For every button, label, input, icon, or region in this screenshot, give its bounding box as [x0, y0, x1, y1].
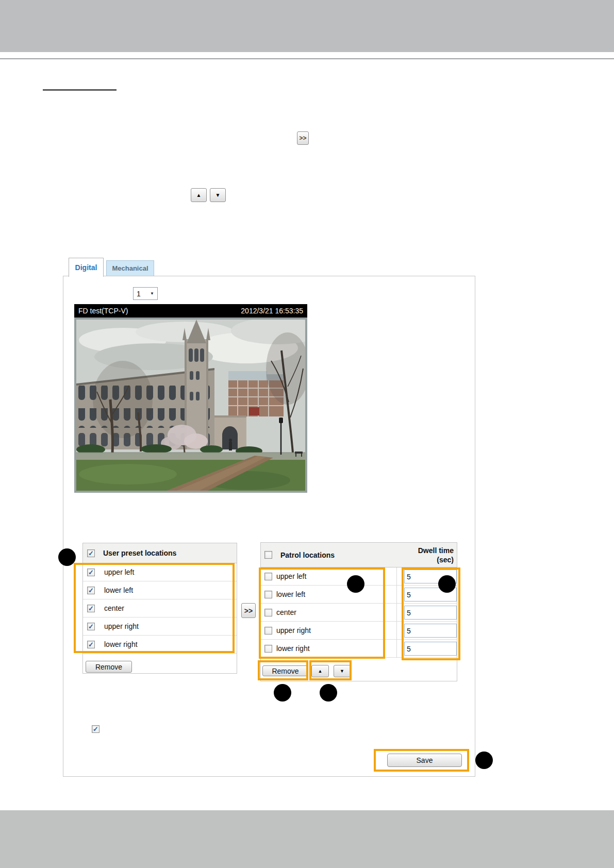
patrol-label: upper left	[276, 572, 306, 580]
patrol-table: Patrol locations Dwell time (sec) upper …	[260, 542, 457, 681]
callout-dot-remove	[274, 684, 291, 702]
preset-label: lower right	[104, 640, 138, 648]
preset-checkbox[interactable]: ✓	[87, 605, 95, 612]
patrol-move-down-button[interactable]: ▼	[334, 665, 351, 677]
top-divider-line	[0, 58, 614, 59]
patrol-column-divider	[396, 567, 397, 658]
down-triangle-icon: ▼	[340, 669, 344, 674]
check-icon: ✓	[88, 641, 94, 648]
double-chevron-icon: >>	[299, 135, 306, 142]
user-preset-row[interactable]: ✓ lower right	[83, 636, 237, 654]
user-preset-table: ✓ User preset locations ✓ upper left ✓ l…	[82, 543, 237, 674]
user-preset-remove-button[interactable]: Remove	[86, 661, 132, 673]
tab-digital[interactable]: Digital	[69, 258, 104, 277]
user-preset-table-title: User preset locations	[103, 549, 176, 557]
user-preset-row[interactable]: ✓ upper left	[83, 563, 237, 581]
check-icon: ✓	[88, 605, 94, 612]
check-icon: ✓	[88, 587, 94, 594]
user-preset-row[interactable]: ✓ lower left	[83, 581, 237, 599]
callout-dot-save	[475, 752, 493, 769]
user-preset-row[interactable]: ✓ upper right	[83, 617, 237, 636]
patrol-table-header: Patrol locations Dwell time (sec)	[261, 543, 457, 567]
video-timestamp: 2012/3/21 16:53:35	[241, 307, 303, 315]
tab-mechanical-label: Mechanical	[112, 264, 148, 272]
preset-checkbox[interactable]: ✓	[87, 587, 95, 594]
patrol-checkbox[interactable]	[264, 573, 272, 580]
patrol-checkbox[interactable]	[264, 645, 272, 653]
callout-dot-user-presets	[58, 548, 76, 566]
callout-dot-dwell-time	[438, 575, 456, 593]
dwell-time-input[interactable]	[404, 624, 457, 638]
select-stream-value: 1	[137, 290, 141, 298]
doc-down-button[interactable]: ▼	[210, 188, 226, 202]
dwell-time-input[interactable]	[404, 606, 457, 620]
user-preset-row[interactable]: ✓ center	[83, 599, 237, 617]
preset-checkbox[interactable]: ✓	[87, 623, 95, 630]
preset-label: center	[104, 604, 124, 612]
up-triangle-icon: ▲	[318, 669, 323, 674]
patrol-checkbox[interactable]	[264, 609, 272, 616]
down-triangle-icon: ▼	[215, 193, 221, 198]
camera-preview-image	[74, 318, 307, 493]
check-icon: ✓	[88, 623, 94, 630]
zoom-factor-checkbox[interactable]: ✓	[92, 725, 99, 733]
heading-underline	[43, 89, 117, 91]
patrol-remove-button[interactable]: Remove	[262, 665, 308, 676]
double-chevron-icon: >>	[244, 607, 253, 615]
dwell-time-input[interactable]	[404, 642, 457, 656]
doc-up-button[interactable]: ▲	[191, 188, 207, 202]
patrol-select-all-checkbox[interactable]	[264, 551, 272, 559]
dwell-time-header: Dwell time (sec)	[392, 546, 454, 564]
callout-dot-move-buttons	[320, 684, 337, 702]
preset-label: lower left	[104, 586, 133, 594]
tab-digital-label: Digital	[75, 263, 97, 272]
user-preset-table-header: ✓ User preset locations	[83, 543, 237, 563]
preset-label: upper left	[104, 568, 134, 576]
campus-scene-illustration	[76, 320, 305, 491]
patrol-row[interactable]: lower right	[261, 640, 457, 658]
check-icon: ✓	[88, 550, 94, 557]
check-icon: ✓	[88, 569, 94, 576]
patrol-checkbox[interactable]	[264, 591, 272, 598]
patrol-checkbox[interactable]	[264, 627, 272, 635]
save-button[interactable]: Save	[387, 754, 462, 767]
bottom-gray-bar	[0, 810, 614, 868]
preset-checkbox[interactable]: ✓	[87, 641, 95, 648]
select-stream-dropdown[interactable]: 1 ▼	[133, 287, 158, 300]
video-preview: FD test(TCP-V) 2012/3/21 16:53:35	[74, 304, 307, 493]
callout-dot-patrol-list	[347, 575, 364, 593]
patrol-label: lower right	[276, 644, 310, 653]
video-stream-title: FD test(TCP-V)	[78, 307, 128, 315]
tab-mechanical[interactable]: Mechanical	[106, 260, 154, 276]
patrol-move-up-button[interactable]: ▲	[311, 665, 329, 677]
patrol-label: upper right	[276, 626, 311, 635]
expand-arrows-button[interactable]: >>	[297, 131, 309, 145]
patrol-row[interactable]: upper right	[261, 622, 457, 640]
page: >> ▲ ▼ Digital Mechanical Select stream …	[0, 0, 614, 868]
patrol-label: lower left	[276, 590, 305, 598]
patrol-row[interactable]: center	[261, 604, 457, 622]
caret-down-icon: ▼	[150, 291, 154, 296]
up-triangle-icon: ▲	[196, 193, 202, 198]
preset-label: upper right	[104, 622, 139, 630]
patrol-label: center	[276, 608, 296, 616]
check-icon: ✓	[93, 726, 98, 732]
user-presets-select-all-checkbox[interactable]: ✓	[87, 549, 95, 557]
preset-checkbox[interactable]: ✓	[87, 569, 95, 576]
add-to-patrol-button[interactable]: >>	[241, 603, 256, 618]
top-gray-bar	[0, 0, 614, 52]
patrol-table-title: Patrol locations	[280, 551, 335, 559]
